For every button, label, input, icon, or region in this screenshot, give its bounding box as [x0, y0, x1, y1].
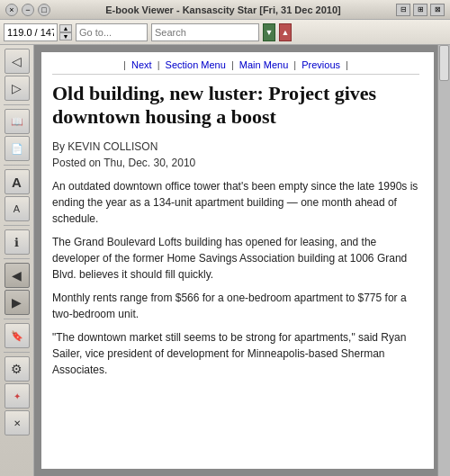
- content-area: | Next | Section Menu | Main Menu | Prev…: [34, 45, 450, 476]
- sidebar-divider-1: [4, 104, 31, 105]
- minimize-button[interactable]: −: [22, 4, 34, 16]
- nav-sep-4: |: [293, 59, 296, 70]
- main-menu-link[interactable]: Main Menu: [239, 59, 288, 70]
- section-menu-link[interactable]: Section Menu: [166, 59, 226, 70]
- paragraph-4: "The downtown market still seems to be s…: [52, 329, 419, 378]
- search-input[interactable]: [151, 23, 259, 41]
- article-nav-bar: | Next | Section Menu | Main Menu | Prev…: [52, 59, 419, 75]
- page-view-button[interactable]: 📄: [4, 136, 30, 161]
- article-byline: By KEVIN COLLISON: [52, 140, 419, 153]
- search-backward-button[interactable]: ▲: [279, 23, 292, 41]
- next-page-button[interactable]: ▶: [4, 290, 30, 315]
- scrollbar-thumb[interactable]: [439, 45, 449, 81]
- sidebar-divider-2: [4, 165, 31, 166]
- sidebar: ◁ ▷ 📖 📄 A A ℹ ◀ ▶ 🔖 ⚙ ✦ ✕: [0, 45, 34, 476]
- goto-input[interactable]: [76, 23, 148, 41]
- nav-sep-5: |: [346, 59, 348, 70]
- sidebar-divider-6: [4, 352, 31, 353]
- nav-separator-1: |: [123, 59, 126, 70]
- title-btn-1[interactable]: ⊟: [396, 4, 410, 16]
- title-bar: × − □ E-book Viewer - Kansascity Star [F…: [0, 0, 450, 20]
- settings-button[interactable]: ⚙: [4, 356, 30, 382]
- paragraph-2: The Grand Boulevard Lofts building has o…: [52, 234, 419, 283]
- nav-sep-3: |: [231, 59, 234, 70]
- vertical-scrollbar[interactable]: [437, 45, 450, 476]
- paragraph-1: An outdated downtown office tower that's…: [52, 178, 419, 227]
- close-button[interactable]: ×: [5, 4, 18, 16]
- book-view-button[interactable]: 📖: [4, 109, 30, 134]
- toolbar: ▲ ▼ ▼ ▲: [0, 20, 450, 45]
- font-small-button[interactable]: A: [4, 196, 30, 221]
- sidebar-divider-3: [4, 225, 31, 226]
- bookmark-button[interactable]: 🔖: [4, 323, 30, 348]
- window-controls[interactable]: × − □: [5, 4, 50, 16]
- page-input[interactable]: [4, 23, 58, 41]
- sidebar-divider-5: [4, 319, 31, 319]
- previous-link[interactable]: Previous: [302, 59, 340, 70]
- main-layout: ◁ ▷ 📖 📄 A A ℹ ◀ ▶ 🔖 ⚙ ✦ ✕ | Next | Secti…: [0, 45, 450, 476]
- article-date: Posted on Thu, Dec. 30, 2010: [52, 157, 419, 169]
- page-up-button[interactable]: ▲: [59, 24, 72, 32]
- next-link[interactable]: Next: [131, 59, 152, 70]
- article-body: An outdated downtown office tower that's…: [52, 178, 419, 378]
- nav-sep-2: |: [158, 59, 160, 70]
- title-btn-3[interactable]: ⊠: [430, 4, 445, 16]
- tools-button[interactable]: ✦: [4, 383, 30, 409]
- article-title: Old building, new luster: Project gives …: [52, 82, 419, 130]
- paragraph-3: Monthly rents range from $566 for a one-…: [52, 290, 419, 322]
- close2-button[interactable]: ✕: [4, 410, 30, 436]
- info-button[interactable]: ℹ: [4, 229, 30, 255]
- forward-button[interactable]: ▷: [4, 76, 30, 101]
- title-right-controls[interactable]: ⊟ ⊞ ⊠: [396, 4, 445, 16]
- page-down-button[interactable]: ▼: [59, 32, 72, 40]
- search-forward-button[interactable]: ▼: [263, 23, 275, 41]
- title-btn-2[interactable]: ⊞: [413, 4, 428, 16]
- page-spinner: ▲ ▼: [59, 24, 72, 40]
- article-page: | Next | Section Menu | Main Menu | Prev…: [41, 52, 434, 469]
- back-button[interactable]: ◁: [4, 49, 30, 74]
- maximize-button[interactable]: □: [38, 4, 50, 16]
- window-title: E-book Viewer - Kansascity Star [Fri, 31…: [50, 4, 396, 15]
- font-large-button[interactable]: A: [4, 169, 30, 194]
- page-navigation-group: ▲ ▼: [4, 23, 72, 41]
- prev-page-button[interactable]: ◀: [4, 263, 30, 288]
- sidebar-divider-4: [4, 258, 31, 259]
